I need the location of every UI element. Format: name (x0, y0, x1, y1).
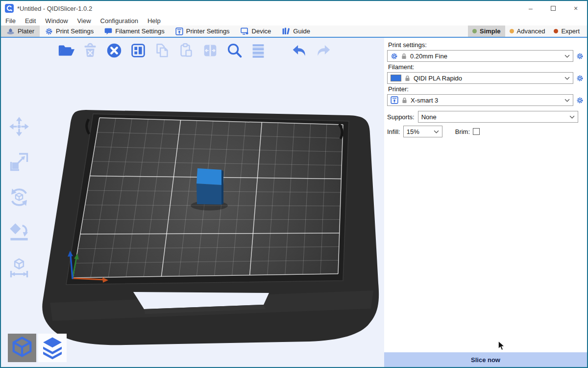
arrange-icon (129, 41, 147, 60)
close-button[interactable]: × (564, 1, 587, 16)
scale-button[interactable] (6, 151, 32, 173)
lock-icon (401, 53, 407, 59)
filament-combo[interactable]: QIDI PLA Rapido (387, 72, 573, 84)
gear-icon (45, 27, 53, 35)
device-icon (241, 27, 249, 35)
chevron-down-icon (569, 115, 575, 119)
tab-bar: Plater Print Settings Filament Settings … (1, 26, 587, 38)
tab-plater[interactable]: Plater (1, 26, 40, 37)
delete-icon (81, 41, 99, 60)
split-view-button[interactable] (200, 40, 220, 61)
open-button[interactable] (56, 40, 76, 61)
printer-combo[interactable]: X-smart 3 (387, 94, 573, 106)
layers-stack-icon (40, 335, 65, 361)
print-bed-scene (1, 38, 384, 367)
gear-icon (576, 97, 584, 104)
edit-print-settings-button[interactable] (576, 53, 584, 60)
menu-view[interactable]: View (77, 17, 91, 25)
delete-all-button[interactable] (104, 40, 124, 61)
gear-icon (576, 53, 584, 60)
print-settings-label: Print settings: (388, 41, 584, 49)
preview-view-button[interactable] (38, 334, 67, 362)
guide-icon (282, 27, 290, 35)
print-settings-combo[interactable]: 0.20mm Fine (387, 50, 573, 62)
arrange-button[interactable] (128, 40, 148, 61)
viewport-3d[interactable] (1, 38, 384, 367)
filament-color-swatch (391, 75, 401, 81)
slice-now-button[interactable]: Slice now (384, 352, 587, 367)
infill-label: Infill: (387, 128, 400, 135)
tab-guide[interactable]: Guide (276, 26, 316, 37)
menu-edit[interactable]: Edit (25, 17, 36, 25)
edit-printer-button[interactable] (576, 97, 584, 104)
chevron-down-icon (564, 54, 570, 58)
rotate-button[interactable] (6, 186, 32, 209)
filament-label: Filament: (388, 63, 584, 71)
paste-button[interactable] (176, 40, 196, 61)
split-view-icon (201, 41, 220, 60)
delete-all-icon (105, 41, 123, 60)
printer-icon (175, 27, 183, 35)
open-folder-icon (57, 41, 75, 60)
minimize-button[interactable]: – (519, 1, 542, 16)
app-window: *Untitled - QIDISlicer-1.0.2 – × File Ed… (0, 0, 588, 368)
expert-dot-icon (554, 29, 558, 33)
infill-combo[interactable]: 15% (403, 126, 442, 137)
top-toolbar (56, 40, 334, 61)
menu-bar: File Edit Window View Configuration Help (1, 16, 587, 26)
view-toggle-bar (8, 334, 67, 362)
copy-button[interactable] (152, 40, 172, 61)
undo-icon (290, 41, 309, 60)
chevron-down-icon (564, 77, 570, 80)
move-button[interactable] (6, 115, 32, 138)
size-measure-button[interactable] (6, 257, 32, 279)
search-button[interactable] (224, 40, 245, 61)
rotate-icon (8, 186, 30, 208)
lock-icon (405, 75, 410, 81)
mode-expert[interactable]: Expert (549, 26, 584, 37)
search-icon (225, 41, 244, 60)
tab-filament-settings[interactable]: Filament Settings (99, 26, 170, 37)
paste-icon (177, 41, 196, 60)
chevron-down-icon (434, 130, 439, 133)
tab-printer-settings[interactable]: Printer Settings (170, 26, 235, 37)
redo-button[interactable] (313, 40, 334, 61)
delete-button[interactable] (80, 40, 100, 61)
edit-filament-button[interactable] (576, 75, 584, 82)
printer-label: Printer: (388, 85, 584, 93)
lock-icon (402, 97, 407, 104)
redo-icon (314, 41, 333, 60)
advanced-dot-icon (510, 29, 514, 33)
menu-window[interactable]: Window (45, 17, 68, 25)
variable-layer-height-button[interactable] (248, 40, 269, 61)
place-on-face-button[interactable] (6, 221, 32, 244)
app-logo-icon (5, 4, 14, 13)
place-on-face-icon (8, 222, 30, 243)
brim-label: Brim: (455, 128, 470, 135)
maximize-button[interactable] (542, 1, 564, 16)
scale-icon (8, 151, 30, 173)
plater-icon (6, 28, 15, 35)
copy-icon (153, 41, 172, 60)
chevron-down-icon (564, 99, 570, 102)
title-bar: *Untitled - QIDISlicer-1.0.2 – × (1, 1, 587, 16)
tab-device[interactable]: Device (235, 26, 277, 37)
gizmo-toolbar (6, 115, 32, 279)
mode-advanced[interactable]: Advanced (505, 26, 550, 37)
editor-view-button[interactable] (8, 334, 36, 362)
supports-combo[interactable]: None (418, 111, 578, 123)
layers-icon (249, 41, 268, 60)
filament-icon (104, 27, 112, 35)
undo-button[interactable] (289, 40, 310, 61)
menu-file[interactable]: File (5, 17, 16, 25)
menu-help[interactable]: Help (147, 17, 161, 25)
printer-icon (391, 96, 398, 104)
gear-icon (576, 75, 584, 82)
window-title: *Untitled - QIDISlicer-1.0.2 (17, 5, 92, 12)
brim-checkbox[interactable] (473, 128, 480, 135)
mode-simple[interactable]: Simple (468, 26, 505, 37)
menu-configuration[interactable]: Configuration (100, 17, 138, 25)
tab-print-settings[interactable]: Print Settings (40, 26, 99, 37)
gear-icon (391, 53, 398, 60)
supports-label: Supports: (387, 113, 415, 121)
